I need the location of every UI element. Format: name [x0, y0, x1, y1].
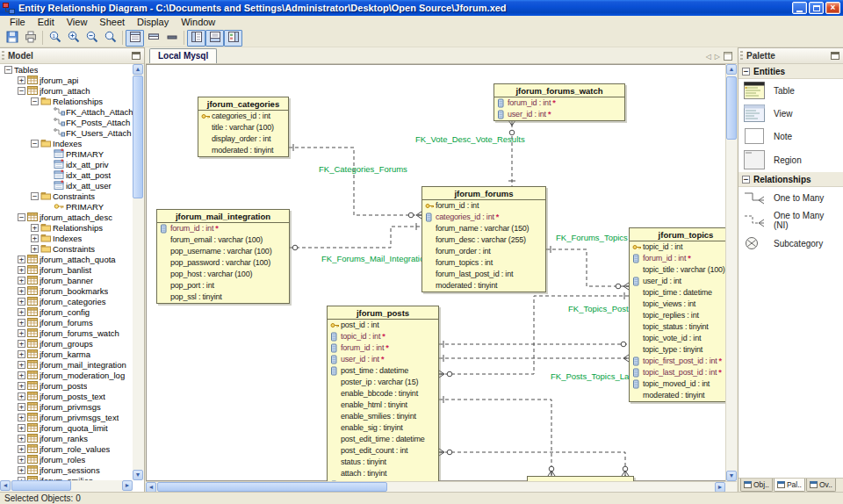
tree-item-primary[interactable]: PRIMARY	[1, 201, 133, 212]
expand-plus-icon[interactable]: +	[31, 234, 39, 242]
tree-item-idx-att-post[interactable]: idx_att_post	[1, 169, 133, 180]
entity-field[interactable]: pop_ssl : tinyint	[157, 292, 289, 303]
entity-field[interactable]: forum_id : int*	[157, 223, 289, 234]
tree-item-jforum-attach-desc[interactable]: −jforum_attach_desc	[1, 212, 133, 222]
tree-item-jforum-banlist[interactable]: +jforum_banlist	[1, 264, 133, 275]
entity-field[interactable]: forum_email : varchar (100)	[157, 234, 289, 246]
scroll-up-icon[interactable]: ▲	[133, 64, 143, 75]
palette-item-one-to-many-ni-[interactable]: One to Many (NI)	[739, 208, 843, 233]
palette-item-region[interactable]: Region	[739, 148, 843, 172]
view-compact-button[interactable]	[144, 30, 162, 47]
expand-plus-icon[interactable]: +	[18, 298, 25, 306]
expand-plus-icon[interactable]: +	[18, 445, 25, 453]
menu-view[interactable]: View	[61, 16, 94, 29]
tree-item-jforum-privmsgs[interactable]: +jforum_privmsgs	[1, 401, 133, 412]
entity-field[interactable]: forum_id : int	[422, 200, 545, 212]
tree-item-jforum-forums[interactable]: +jforum_forums	[1, 317, 133, 328]
view-detail-button[interactable]	[126, 30, 144, 47]
tree-item-jforum-attach[interactable]: −jforum_attach	[1, 85, 133, 96]
entity-field[interactable]: forum_desc : varchar (255)	[422, 234, 545, 246]
entity-jforum_categories[interactable]: jforum_categoriescategories_id : inttitl…	[198, 97, 289, 157]
tree-item-fk-posts-attach-jfo[interactable]: FK_Posts_Attach [jfo	[1, 117, 133, 127]
tree-item-jforum-karma[interactable]: +jforum_karma	[1, 349, 133, 359]
entity-field[interactable]: pop_host : varchar (100)	[157, 269, 289, 280]
relationship-line-FK_Categories_Forums[interactable]	[289, 148, 422, 215]
tree-item-jforum-ranks[interactable]: +jforum_ranks	[1, 433, 133, 443]
tree-hscrollbar[interactable]: ◄ ►	[0, 480, 133, 492]
panel-grip[interactable]	[740, 51, 743, 61]
entity-field[interactable]: forum_last_post_id : int	[422, 269, 545, 280]
relationship-label-FK_Categories_Forums[interactable]: FK_Categories_Forums	[319, 164, 407, 174]
collapse-minus-icon[interactable]: −	[18, 87, 25, 95]
expand-plus-icon[interactable]: +	[18, 277, 25, 284]
entity-field[interactable]: topic_time : datetime	[630, 287, 726, 299]
zoom-out-button[interactable]	[83, 30, 101, 47]
tree-vscrollbar[interactable]: ▲ ▼	[133, 64, 144, 480]
collapse-minus-icon[interactable]: −	[31, 192, 39, 200]
tree-item-primary[interactable]: PRIMARY	[1, 148, 133, 159]
expand-plus-icon[interactable]: +	[18, 392, 25, 400]
expand-plus-icon[interactable]: +	[18, 361, 25, 369]
relationship-label-FK_Topics_Posts[interactable]: FK_Topics_Posts	[568, 304, 633, 313]
entity-field[interactable]: forum_order : int	[422, 246, 545, 257]
tree-item-jforum-categories[interactable]: +jforum_categories	[1, 296, 133, 306]
palette-section-relationships[interactable]: −Relationships	[739, 172, 843, 187]
panel-tab-ov[interactable]: Ov..	[806, 479, 836, 492]
entity-jforum_forums[interactable]: jforum_forumsforum_id : intcategories_id…	[422, 186, 546, 292]
view-minimal-button[interactable]	[162, 30, 181, 47]
expand-plus-icon[interactable]: +	[18, 319, 25, 327]
entity-field[interactable]: post_id : int	[328, 320, 438, 331]
entity-field[interactable]: status : tinyint	[328, 457, 438, 468]
entity-field[interactable]: pop_port : int	[157, 280, 289, 292]
expand-plus-icon[interactable]: +	[18, 424, 25, 432]
scroll-right-icon[interactable]: ►	[122, 480, 133, 491]
menu-sheet[interactable]: Sheet	[93, 16, 131, 29]
collapse-minus-icon[interactable]: −	[18, 213, 25, 221]
collapse-minus-icon[interactable]: −	[742, 68, 750, 76]
entity-field[interactable]: categories_id : int*	[422, 212, 545, 223]
entity-field[interactable]: topic_vote_id : int	[630, 333, 726, 344]
tree-item-jforum-quota-limit[interactable]: +jforum_quota_limit	[1, 422, 133, 433]
entity-field[interactable]: topic_last_post_id : int*	[630, 367, 726, 378]
expand-plus-icon[interactable]: +	[18, 256, 25, 263]
palette-item-one-to-many[interactable]: One to Many	[739, 187, 843, 208]
tree-item-constraints[interactable]: +Constraints	[1, 243, 133, 254]
entity-jforum_posts[interactable]: jforum_postspost_id : inttopic_id : int*…	[327, 306, 439, 481]
entity-field[interactable]: forum_topics : int	[422, 257, 545, 269]
entity-field[interactable]: topic_status : tinyint	[630, 321, 726, 333]
restore-button[interactable]	[809, 2, 824, 14]
tree-item-jforum-config[interactable]: +jforum_config	[1, 306, 133, 317]
entity-field[interactable]: moderated : tinyint	[422, 280, 545, 292]
menu-edit[interactable]: Edit	[32, 16, 61, 29]
relationship-line[interactable]	[439, 452, 625, 476]
palette-item-note[interactable]: Note	[739, 125, 843, 148]
close-button[interactable]: ×	[825, 2, 840, 14]
tree-item-fk-attach-attach-d[interactable]: FK_Attach_Attach_D	[1, 106, 133, 117]
entity-field[interactable]: topic_id : int	[630, 241, 726, 253]
entity-field[interactable]: moderated : tinyint	[630, 390, 726, 401]
entity-field[interactable]: display_order : int	[198, 133, 288, 145]
expand-plus-icon[interactable]: +	[18, 456, 25, 464]
entity-jforum_mail_integration[interactable]: jforum_mail_integrationforum_id : int*fo…	[156, 209, 290, 304]
tree-item-jforum-api[interactable]: +jforum_api	[1, 75, 133, 85]
panel-tab-pal[interactable]: Pal..	[774, 479, 805, 492]
palette-item-view[interactable]: View	[739, 102, 843, 125]
entity-field[interactable]: user_id : int*	[494, 109, 624, 120]
entity-field[interactable]: forum_id : int*	[494, 97, 624, 109]
scroll-left-icon[interactable]: ◄	[0, 480, 11, 491]
entity-field[interactable]: forum_id : int*	[630, 253, 726, 264]
relationship-line-FK_Forums_Topics[interactable]	[546, 249, 629, 286]
tree-item-jforum-roles[interactable]: +jforum_roles	[1, 454, 133, 464]
tree-item-relationships[interactable]: −Relationships	[1, 96, 133, 106]
expand-plus-icon[interactable]: +	[18, 76, 25, 84]
tree-item-jforum-attach-quota[interactable]: +jforum_attach_quota	[1, 254, 133, 264]
tree-hscroll-thumb[interactable]	[11, 480, 71, 491]
collapse-minus-icon[interactable]: −	[31, 140, 39, 148]
entity-field[interactable]: topic_moved_id : int	[630, 378, 726, 390]
diagram-sheet[interactable]: FK_Vote_Desc_Vote_ResultsFK_Categories_F…	[150, 67, 726, 481]
diagram-canvas[interactable]: FK_Vote_Desc_Vote_ResultsFK_Categories_F…	[146, 64, 737, 481]
canvas-hscroll-thumb[interactable]	[157, 482, 387, 492]
entity-field[interactable]: user_id : int*	[328, 354, 438, 365]
undock-icon[interactable]	[132, 52, 140, 60]
expand-plus-icon[interactable]: +	[18, 371, 25, 379]
